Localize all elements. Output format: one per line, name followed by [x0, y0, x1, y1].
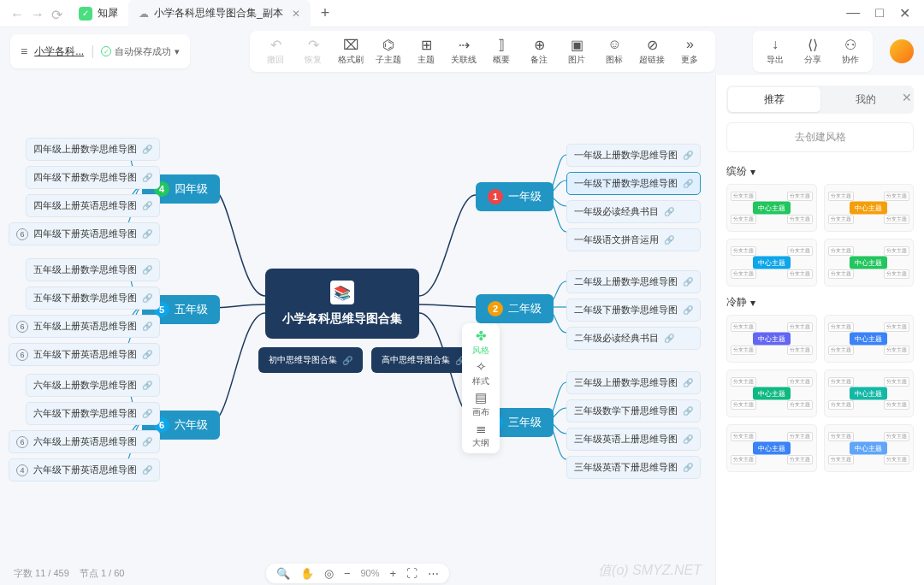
side-tool-format[interactable]: ✧样式: [465, 358, 496, 388]
style-thumbnail[interactable]: 中心主题 分支主题 分支主题 分支主题 分支主题: [726, 424, 817, 472]
leaf-node[interactable]: 二年级下册数学思维导图🔗: [566, 298, 701, 322]
count-badge: 4: [16, 464, 28, 476]
leaf-node[interactable]: 一年级下册数学思维导图🔗: [566, 172, 701, 195]
leaf-node[interactable]: 二年级上册数学思维导图🔗: [566, 270, 701, 293]
leaf-node[interactable]: 6六年级上册英语思维导图🔗: [9, 430, 160, 453]
search-icon[interactable]: 🔍: [276, 567, 290, 580]
leaf-node[interactable]: 四年级上册数学思维导图🔗: [26, 138, 160, 161]
leaf-node[interactable]: 4六年级下册英语思维导图🔗: [9, 458, 160, 482]
side-tool-style[interactable]: ✤风格: [465, 327, 496, 358]
grade-node-2[interactable]: 2二年级: [476, 294, 554, 323]
panel-close-icon[interactable]: ✕: [902, 91, 912, 104]
zoom-in-button[interactable]: +: [390, 567, 397, 580]
toolbar-redo-button[interactable]: ↷恢复: [294, 32, 332, 70]
sub-node[interactable]: 高中思维导图合集🔗: [371, 347, 476, 373]
tab-document[interactable]: ☁ 小学各科思维导图合集_副本 ✕: [128, 0, 311, 27]
toolbar-note-button[interactable]: ⊕备注: [520, 32, 558, 70]
nav-fwd-icon[interactable]: →: [31, 7, 44, 21]
note-icon: ⊕: [534, 37, 545, 52]
leaf-node[interactable]: 三年级英语下册思维导图🔗: [566, 456, 701, 479]
leaf-node[interactable]: 五年级上册数学思维导图🔗: [26, 258, 160, 281]
export-button[interactable]: ↓导出: [756, 32, 794, 70]
chevron-down-icon[interactable]: ▾: [750, 297, 755, 309]
link-icon: 🔗: [683, 378, 693, 387]
toolbar-undo-button[interactable]: ↶撤回: [257, 32, 294, 70]
toolbar-topic-button[interactable]: ⊞主题: [407, 32, 445, 70]
toolbar-more-button[interactable]: »更多: [671, 32, 708, 70]
maximize-button[interactable]: □: [875, 5, 884, 21]
collab-button[interactable]: ⚇协作: [832, 32, 869, 70]
central-node[interactable]: 📚 小学各科思维导图合集: [265, 269, 419, 339]
image-icon: ▣: [571, 37, 583, 52]
nav-back-icon[interactable]: ←: [10, 7, 24, 21]
toolbar-relate-button[interactable]: ⇢关联线: [445, 32, 483, 70]
style-thumbnail[interactable]: 中心主题 分支主题 分支主题 分支主题 分支主题: [824, 184, 915, 232]
leaf-node[interactable]: 一年级上册数学思维导图🔗: [566, 144, 701, 167]
grade-node-1[interactable]: 1一年级: [476, 182, 554, 211]
link-icon: 🔗: [142, 465, 152, 475]
close-button[interactable]: ✕: [899, 5, 910, 21]
leaf-node[interactable]: 五年级下册数学思维导图🔗: [26, 287, 160, 310]
leaf-node[interactable]: 6五年级上册英语思维导图🔗: [9, 315, 160, 338]
chevron-down-icon[interactable]: ▾: [750, 166, 755, 178]
mindmap-canvas[interactable]: 📚 小学各科思维导图合集 初中思维导图合集🔗 高中思维导图合集🔗 1一年级 2二…: [0, 75, 715, 561]
share-button[interactable]: ⟨⟩分享: [794, 32, 832, 70]
style-thumbnail[interactable]: 中心主题 分支主题 分支主题 分支主题 分支主题: [824, 369, 915, 417]
create-style-button[interactable]: 去创建风格: [726, 122, 914, 152]
style-thumbnail[interactable]: 中心主题 分支主题 分支主题 分支主题 分支主题: [824, 424, 915, 472]
leaves-g3: 三年级上册数学思维导图🔗三年级数学下册思维导图🔗三年级英语上册思维导图🔗三年级英…: [566, 371, 701, 479]
target-icon[interactable]: ◎: [324, 567, 334, 580]
sub-node[interactable]: 初中思维导图合集🔗: [258, 347, 363, 373]
link-icon: 🔗: [342, 356, 352, 365]
avatar[interactable]: [890, 39, 914, 63]
hand-icon[interactable]: ✋: [300, 567, 314, 580]
toolbar-link-button[interactable]: ⊘超链接: [633, 32, 671, 70]
leaf-node[interactable]: 三年级英语上册思维导图🔗: [566, 428, 701, 451]
more-icon[interactable]: ⋯: [428, 567, 439, 580]
toolbar-image-button[interactable]: ▣图片: [558, 32, 595, 70]
leaf-node[interactable]: 6四年级下册英语思维导图🔗: [9, 222, 160, 245]
add-tab-button[interactable]: +: [321, 4, 330, 22]
leaf-node[interactable]: 三年级数学下册思维导图🔗: [566, 399, 701, 422]
category-title: 冷静 ▾: [726, 295, 914, 310]
chevron-down-icon[interactable]: ▾: [175, 46, 180, 57]
leaf-node[interactable]: 四年级下册数学思维导图🔗: [26, 166, 160, 189]
style-thumbnail[interactable]: 中心主题 分支主题 分支主题 分支主题 分支主题: [726, 239, 817, 287]
style-thumbnail[interactable]: 中心主题 分支主题 分支主题 分支主题 分支主题: [726, 184, 817, 232]
toolbar-icon-button[interactable]: ☺图标: [595, 32, 633, 70]
style-panel: 推荐 我的 ✕ 去创建风格 缤纷 ▾中心主题 分支主题 分支主题 分支主题 分支…: [715, 75, 924, 585]
toolbar-summary-button[interactable]: ⟧概要: [483, 32, 520, 70]
leaf-node[interactable]: 一年级必读经典书目🔗: [566, 200, 701, 223]
side-tool-canvas[interactable]: ▤画布: [465, 388, 496, 419]
link-icon: 🔗: [683, 463, 693, 472]
menu-icon[interactable]: ≡: [21, 44, 27, 58]
close-icon[interactable]: ✕: [292, 8, 300, 20]
panel-tab-mine[interactable]: 我的: [820, 87, 913, 112]
toolbar-child-button[interactable]: ⌬子主题: [370, 32, 407, 70]
style-thumbnail[interactable]: 中心主题 分支主题 分支主题 分支主题 分支主题: [824, 239, 915, 287]
side-tool-panel: ✤风格✧样式▤画布≣大纲: [462, 323, 500, 453]
link-icon: 🔗: [683, 151, 693, 160]
toolbar-format-button[interactable]: ⌧格式刷: [332, 32, 370, 70]
link-icon: 🔗: [142, 409, 152, 418]
style-thumbnail[interactable]: 中心主题 分支主题 分支主题 分支主题 分支主题: [726, 315, 817, 363]
leaf-node[interactable]: 6五年级下册英语思维导图🔗: [9, 343, 160, 366]
leaf-node[interactable]: 六年级上册数学思维导图🔗: [26, 374, 160, 397]
fullscreen-icon[interactable]: ⛶: [406, 567, 418, 580]
side-tool-outline[interactable]: ≣大纲: [465, 419, 496, 450]
right-actions: ↓导出⟨⟩分享⚇协作: [753, 31, 873, 72]
panel-tab-recommend[interactable]: 推荐: [728, 87, 820, 112]
link-icon: 🔗: [683, 434, 693, 444]
leaf-node[interactable]: 二年级必读经典书目🔗: [566, 327, 701, 350]
style-thumbnail[interactable]: 中心主题 分支主题 分支主题 分支主题 分支主题: [824, 315, 915, 363]
doc-title[interactable]: 小学各科...: [34, 44, 84, 59]
style-thumbnail[interactable]: 中心主题 分支主题 分支主题 分支主题 分支主题: [726, 369, 817, 417]
minimize-button[interactable]: —: [846, 5, 860, 21]
leaf-node[interactable]: 四年级上册英语思维导图🔗: [26, 194, 160, 217]
leaf-node[interactable]: 三年级上册数学思维导图🔗: [566, 371, 701, 394]
nav-refresh-icon[interactable]: ⟳: [51, 7, 65, 21]
leaf-node[interactable]: 六年级下册数学思维导图🔗: [26, 402, 160, 425]
zoom-out-button[interactable]: −: [344, 567, 351, 580]
leaf-node[interactable]: 一年级语文拼音运用🔗: [566, 228, 701, 251]
tab-home[interactable]: ✓ 知犀: [68, 0, 128, 27]
